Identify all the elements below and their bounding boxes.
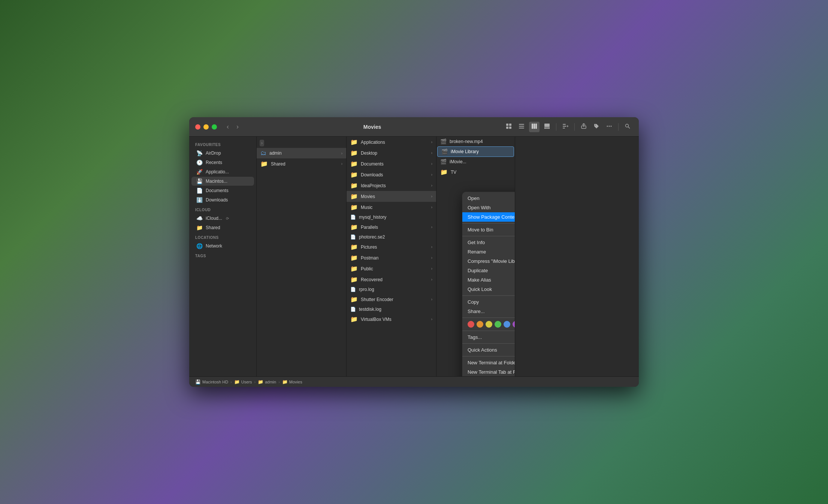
context-rename[interactable]: Rename — [462, 247, 515, 256]
shared-icon: 📁 — [196, 225, 203, 231]
postman-arrow: › — [431, 256, 432, 260]
context-compress[interactable]: Compress "iMovie Library" — [462, 256, 515, 266]
public-item-label: Public — [361, 266, 428, 271]
context-tags[interactable]: Tags... — [462, 333, 515, 342]
context-copy[interactable]: Copy — [462, 297, 515, 307]
context-move-to-bin[interactable]: Move to Bin — [462, 225, 515, 234]
sidebar-item-airdrop[interactable]: 📡 AirDrop — [191, 149, 254, 158]
forward-button[interactable]: › — [234, 121, 241, 132]
sidebar-item-macintosh[interactable]: 💾 Macintos... — [191, 177, 254, 186]
sidebar-item-recents[interactable]: 🕐 Recents — [191, 158, 254, 167]
context-open-with[interactable]: Open With › — [462, 203, 515, 212]
context-get-info[interactable]: Get Info — [462, 238, 515, 247]
col2-item-documents[interactable]: 📁 Documents › — [347, 158, 436, 169]
col3-item-imovie-library[interactable]: 🎬 iMovie Library — [437, 146, 514, 157]
breadcrumb-admin[interactable]: 📁 admin — [258, 379, 276, 385]
music-item-label: Music — [361, 205, 428, 210]
col2-item-parallels[interactable]: 📁 Parallels › — [347, 222, 436, 233]
col2-item-mysql[interactable]: 📄 mysql_history — [347, 213, 436, 222]
sidebar-item-network[interactable]: 🌐 Network — [191, 242, 254, 251]
col2-item-postman[interactable]: 📁 Postman › — [347, 252, 436, 263]
favourites-label: Favourites — [189, 140, 256, 148]
col2-item-music[interactable]: 📁 Music › — [347, 202, 436, 213]
share-button[interactable] — [578, 122, 589, 132]
col3-item-broken[interactable]: 🎬 broken-new.mp4 — [436, 137, 515, 146]
more-button[interactable] — [604, 122, 614, 132]
col2-item-testdisk[interactable]: 📄 testdisk.log — [347, 305, 436, 314]
col2-item-public[interactable]: 📁 Public › — [347, 263, 436, 274]
tag-dot-red[interactable] — [468, 321, 474, 328]
col2-item-recovered[interactable]: 📁 Recovered › — [347, 274, 436, 285]
admin-folder-icon: 🗂 — [260, 150, 266, 157]
context-new-terminal[interactable]: New Terminal at Folder — [462, 358, 515, 367]
public-folder-icon: 📁 — [350, 265, 358, 272]
list-view-button[interactable] — [516, 122, 527, 132]
sidebar-item-shared[interactable]: 📁 Shared — [191, 223, 254, 232]
search-button[interactable] — [622, 122, 633, 132]
col2-item-movies[interactable]: 📁 Movies › — [347, 191, 436, 202]
col3-item-tv[interactable]: 📁 TV — [436, 167, 515, 177]
sidebar-item-documents[interactable]: 📄 Documents — [191, 186, 254, 195]
col2-item-rpro[interactable]: 📄 rpro.log — [347, 285, 436, 294]
tag-dot-blue[interactable] — [504, 321, 510, 328]
context-show-package[interactable]: Show Package Contents — [462, 212, 515, 222]
context-quick-look[interactable]: Quick Look — [462, 285, 515, 294]
context-new-terminal-tab[interactable]: New Terminal Tab at Folder — [462, 367, 515, 376]
col2-item-virtualbox[interactable]: 📁 VirtualBox VMs › — [347, 314, 436, 325]
close-button[interactable] — [195, 124, 200, 130]
sidebar-item-downloads[interactable]: ⬇️ Downloads — [191, 195, 254, 204]
col2-item-applications[interactable]: 📁 Applications › — [347, 137, 436, 148]
applications-item-label: Applications — [361, 140, 428, 145]
col2-item-desktop[interactable]: 📁 Desktop › — [347, 148, 436, 158]
context-sep-5 — [462, 331, 515, 331]
col2-item-photorec[interactable]: 📄 photorec.se2 — [347, 233, 436, 242]
context-sep-7 — [462, 356, 515, 356]
context-compress-label: Compress "iMovie Library" — [468, 258, 515, 264]
gallery-view-button[interactable] — [542, 122, 552, 132]
virtualbox-arrow: › — [431, 317, 432, 321]
pictures-folder-icon: 📁 — [350, 243, 358, 251]
tag-dot-purple[interactable] — [513, 321, 515, 328]
col2-item-shutter[interactable]: 📁 Shutter Encoder › — [347, 294, 436, 305]
svg-rect-2 — [506, 127, 508, 129]
context-quick-actions[interactable]: Quick Actions › — [462, 345, 515, 355]
context-open[interactable]: Open — [462, 194, 515, 203]
col1-item-shared[interactable]: 📁 Shared › — [257, 158, 346, 169]
back-button[interactable]: ‹ — [224, 121, 231, 132]
desktop-item-label: Desktop — [361, 151, 428, 156]
icon-view-button[interactable] — [504, 122, 514, 132]
context-share[interactable]: Share... — [462, 307, 515, 316]
group-by-button[interactable] — [560, 122, 571, 132]
minimize-button[interactable] — [203, 124, 209, 130]
breadcrumb-macintosh[interactable]: 💾 Macintosh HD — [195, 379, 228, 385]
breadcrumb-macintosh-label: Macintosh HD — [202, 380, 228, 384]
tag-dot-green[interactable] — [495, 321, 501, 328]
col-expand-btn[interactable]: › — [260, 140, 264, 146]
virtualbox-folder-icon: 📁 — [350, 316, 358, 323]
applications-folder-icon: 📁 — [350, 139, 358, 146]
col1-item-admin[interactable]: 🗂 admin › — [257, 148, 346, 158]
rpro-item-label: rpro.log — [359, 287, 432, 292]
context-make-alias[interactable]: Make Alias — [462, 275, 515, 285]
col3-item-imovie-theater[interactable]: 🎬 iMovie... — [436, 157, 515, 167]
sidebar-item-icloud[interactable]: ☁️ iCloud... ⟳ — [191, 214, 254, 223]
sidebar-label-airdrop: AirDrop — [206, 151, 221, 156]
tag-dot-yellow[interactable] — [486, 321, 492, 328]
virtualbox-item-label: VirtualBox VMs — [361, 317, 428, 322]
sidebar-label-macintosh: Macintos... — [206, 179, 227, 184]
tv-item-label: TV — [451, 170, 511, 175]
breadcrumb-users[interactable]: 📁 Users — [234, 379, 252, 385]
col2-item-pictures[interactable]: 📁 Pictures › — [347, 242, 436, 252]
tag-dot-orange[interactable] — [477, 321, 483, 328]
col2-item-downloads[interactable]: 📁 Downloads › — [347, 169, 436, 180]
tag-button[interactable] — [591, 122, 602, 132]
context-open-label: Open — [468, 195, 480, 201]
breadcrumb-movies[interactable]: 📁 Movies — [282, 379, 302, 385]
mysql-file-icon: 📄 — [350, 215, 356, 220]
sidebar-item-applications[interactable]: 🚀 Applicatio... — [191, 167, 254, 176]
locations-label: Locations — [189, 233, 256, 241]
context-duplicate[interactable]: Duplicate — [462, 266, 515, 275]
col2-item-ideaprojects[interactable]: 📁 IdeaProjects › — [347, 180, 436, 191]
maximize-button[interactable] — [212, 124, 217, 130]
column-view-button[interactable] — [529, 122, 540, 132]
